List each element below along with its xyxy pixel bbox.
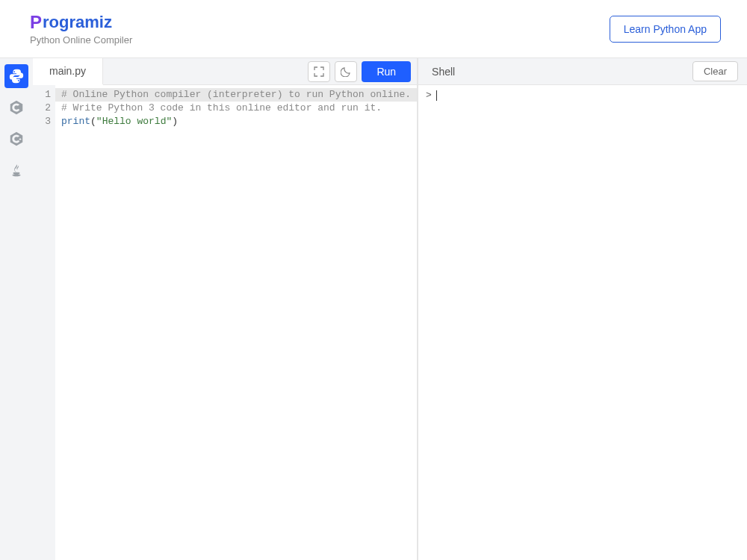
- c-icon: [8, 99, 25, 116]
- sidebar-item-c[interactable]: [4, 96, 28, 119]
- code-editor[interactable]: 1 2 3 # Online Python compiler (interpre…: [33, 85, 417, 560]
- shell-prompt: >: [426, 90, 432, 101]
- line-number: 2: [40, 102, 51, 115]
- learn-python-button[interactable]: Learn Python App: [610, 16, 721, 43]
- body-area: main.py Run 1 2 3 # Online Python compil…: [0, 58, 747, 560]
- shell-pane: Shell Clear >: [418, 58, 747, 560]
- shell-prompt-line: >: [426, 90, 740, 101]
- main-area: main.py Run 1 2 3 # Online Python compil…: [33, 58, 747, 560]
- cursor-icon: [436, 90, 437, 101]
- editor-pane: main.py Run 1 2 3 # Online Python compil…: [33, 58, 418, 560]
- fullscreen-icon: [314, 66, 324, 77]
- python-icon: [8, 68, 25, 84]
- cpp-icon: [8, 131, 25, 147]
- header: Programiz Python Online Compiler Learn P…: [0, 0, 747, 58]
- shell-output[interactable]: >: [418, 85, 747, 560]
- sidebar-item-java[interactable]: [4, 158, 28, 182]
- run-button[interactable]: Run: [362, 61, 411, 82]
- code-comment: # Online Python compiler (interpreter) t…: [61, 89, 411, 100]
- shell-header: Shell Clear: [418, 58, 747, 85]
- language-sidebar: [0, 58, 33, 560]
- code-content[interactable]: # Online Python compiler (interpreter) t…: [55, 85, 417, 560]
- line-gutter: 1 2 3: [33, 85, 55, 560]
- subtitle: Python Online Compiler: [30, 34, 132, 46]
- brand-logo[interactable]: Programiz: [30, 12, 132, 33]
- line-number: 3: [40, 115, 51, 128]
- sidebar-item-cpp[interactable]: [4, 127, 28, 151]
- moon-icon: [341, 66, 351, 77]
- logo-area: Programiz Python Online Compiler: [30, 12, 132, 46]
- code-function: print: [61, 116, 90, 127]
- logo-icon: P: [30, 12, 42, 33]
- line-number: 1: [40, 88, 51, 102]
- brand-name: rogramiz: [43, 13, 112, 32]
- code-string: "Hello world": [96, 116, 172, 127]
- java-icon: [8, 162, 25, 178]
- file-tab[interactable]: main.py: [33, 58, 103, 85]
- theme-button[interactable]: [335, 61, 357, 82]
- code-punc: ): [172, 116, 178, 127]
- shell-label: Shell: [418, 66, 468, 78]
- code-comment: # Write Python 3 code in this online edi…: [61, 102, 382, 113]
- sidebar-item-python[interactable]: [4, 64, 28, 88]
- fullscreen-button[interactable]: [308, 61, 330, 82]
- code-punc: (: [90, 116, 96, 127]
- editor-header: main.py Run: [33, 58, 417, 85]
- clear-button[interactable]: Clear: [692, 61, 738, 81]
